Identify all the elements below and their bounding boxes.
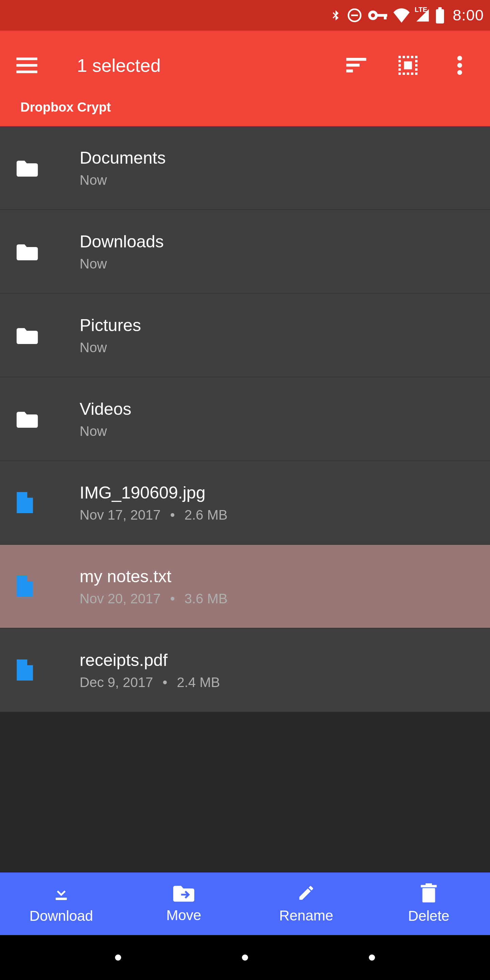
folder-icon	[16, 243, 61, 260]
svg-rect-30	[415, 68, 417, 71]
item-name: Pictures	[80, 315, 141, 335]
folder-downloads-row[interactable]: Downloads Now	[0, 210, 490, 294]
download-button[interactable]: Download	[0, 872, 123, 935]
nav-home-button[interactable]	[242, 955, 248, 961]
move-icon	[173, 884, 194, 903]
svg-rect-10	[16, 70, 37, 73]
svg-rect-16	[402, 56, 405, 58]
svg-rect-18	[411, 56, 414, 58]
rename-button[interactable]: Rename	[245, 872, 368, 935]
svg-rect-13	[347, 69, 353, 73]
action-label: Move	[166, 907, 202, 924]
hamburger-menu-button[interactable]	[16, 54, 38, 76]
bluetooth-icon	[329, 6, 342, 24]
folder-videos-row[interactable]: Videos Now	[0, 377, 490, 461]
svg-rect-17	[407, 56, 409, 58]
svg-point-3	[371, 13, 375, 18]
item-size: 2.6 MB	[185, 508, 228, 523]
wifi-icon	[393, 8, 410, 23]
folder-documents-row[interactable]: Documents Now	[0, 126, 490, 210]
svg-rect-7	[438, 7, 442, 10]
svg-rect-5	[384, 14, 387, 19]
clock-label: 8:00	[453, 6, 484, 24]
svg-rect-25	[398, 60, 401, 62]
more-options-button[interactable]	[449, 54, 471, 76]
svg-rect-20	[398, 73, 401, 75]
delete-button[interactable]: Delete	[368, 872, 490, 935]
svg-rect-9	[16, 64, 37, 67]
svg-rect-23	[411, 73, 414, 75]
folder-icon	[16, 410, 61, 428]
item-date: Dec 9, 2017	[80, 675, 153, 690]
folder-icon	[16, 326, 61, 344]
status-bar: LTE 8:00	[0, 0, 490, 30]
svg-rect-19	[415, 56, 417, 58]
select-all-button[interactable]	[397, 54, 419, 76]
file-img-row[interactable]: IMG_190609.jpg Nov 17, 2017 • 2.6 MB	[0, 461, 490, 545]
svg-rect-6	[436, 9, 444, 24]
item-name: IMG_190609.jpg	[80, 483, 228, 503]
svg-rect-11	[347, 58, 366, 61]
item-date: Nov 17, 2017	[80, 508, 161, 523]
app-bar: 1 selected Dropbox Crypt	[0, 30, 490, 126]
lte-label: LTE	[414, 6, 427, 14]
item-date: Now	[80, 256, 107, 272]
dnd-icon	[347, 7, 363, 24]
svg-rect-27	[398, 68, 401, 71]
item-name: Documents	[80, 148, 166, 168]
item-date: Now	[80, 424, 107, 439]
svg-rect-22	[407, 73, 409, 75]
file-receipts-row[interactable]: receipts.pdf Dec 9, 2017 • 2.4 MB	[0, 628, 490, 712]
item-name: Downloads	[80, 232, 164, 251]
svg-rect-29	[415, 64, 417, 67]
cell-lte-icon: LTE	[415, 8, 430, 23]
move-button[interactable]: Move	[123, 872, 245, 935]
item-name: receipts.pdf	[80, 650, 220, 670]
item-name: my notes.txt	[80, 566, 228, 586]
breadcrumb[interactable]: Dropbox Crypt	[21, 100, 469, 115]
sort-button[interactable]	[345, 54, 368, 76]
vpn-key-icon	[368, 8, 388, 22]
item-date: Now	[80, 340, 107, 355]
battery-icon	[435, 7, 445, 24]
svg-rect-37	[426, 883, 432, 886]
svg-point-31	[457, 56, 462, 60]
svg-rect-26	[398, 64, 401, 67]
rename-icon	[297, 884, 315, 904]
selection-count-title: 1 selected	[77, 55, 345, 76]
item-name: Videos	[80, 399, 131, 419]
action-bar: Download Move Rename Delete	[0, 872, 490, 935]
system-nav-bar	[0, 935, 490, 980]
item-size: 2.4 MB	[177, 675, 220, 690]
meta-separator: •	[170, 591, 175, 606]
folder-pictures-row[interactable]: Pictures Now	[0, 294, 490, 377]
svg-rect-28	[415, 60, 417, 62]
item-size: 3.6 MB	[185, 591, 228, 606]
svg-rect-34	[56, 898, 67, 900]
action-label: Delete	[408, 908, 449, 924]
svg-rect-8	[16, 57, 37, 60]
action-label: Download	[30, 908, 93, 924]
nav-recents-button[interactable]	[369, 955, 375, 961]
item-date: Nov 20, 2017	[80, 591, 161, 606]
file-icon	[16, 492, 61, 513]
delete-icon	[421, 883, 437, 904]
action-label: Rename	[279, 907, 334, 924]
svg-rect-12	[347, 64, 360, 67]
file-icon	[16, 576, 61, 597]
svg-point-33	[457, 70, 462, 75]
svg-rect-21	[402, 73, 405, 75]
meta-separator: •	[170, 508, 175, 523]
file-mynotes-row[interactable]: my notes.txt Nov 20, 2017 • 3.6 MB	[0, 545, 490, 628]
item-date: Now	[80, 172, 107, 188]
svg-rect-24	[415, 73, 417, 75]
svg-rect-35	[422, 888, 435, 902]
meta-separator: •	[163, 675, 167, 690]
download-icon	[52, 883, 71, 904]
nav-back-button[interactable]	[115, 955, 121, 961]
svg-rect-14	[404, 61, 412, 69]
file-list: Documents Now Downloads Now Pictures Now…	[0, 126, 490, 712]
svg-point-32	[457, 63, 462, 68]
folder-icon	[16, 159, 61, 177]
file-icon	[16, 659, 61, 681]
